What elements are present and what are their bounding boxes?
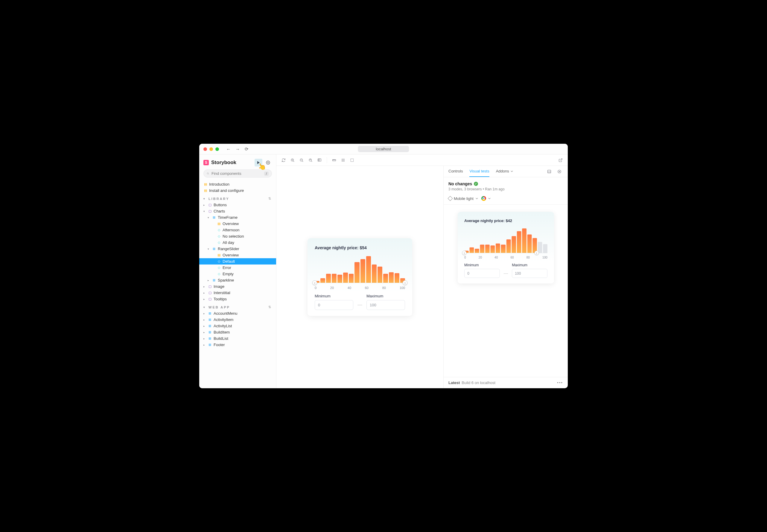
slider-handle-min[interactable]: ||: [462, 251, 466, 255]
axis-tick: 60: [365, 286, 369, 290]
tree-item-component[interactable]: ▸⊞ ActivityList: [199, 323, 276, 329]
minimize-window-icon[interactable]: [210, 147, 213, 151]
histogram-bar: [511, 236, 516, 253]
browser-selector[interactable]: [481, 196, 491, 201]
reload-icon[interactable]: ⟳: [245, 147, 249, 151]
tree-item-label: Image: [214, 284, 224, 289]
tree-item-component[interactable]: ▾⊞ RangeSlider: [199, 246, 276, 252]
search-box[interactable]: /: [204, 169, 272, 178]
zoom-out-icon[interactable]: [298, 157, 305, 164]
tab-addons[interactable]: Addons: [496, 166, 513, 177]
forward-icon[interactable]: →: [236, 147, 240, 151]
histogram-bar: [372, 265, 377, 283]
brand[interactable]: S Storybook: [204, 160, 236, 166]
tree-section-header[interactable]: ▾LIBRARY ⇅: [199, 194, 276, 202]
measure-icon[interactable]: [331, 157, 338, 164]
axis-tick: 20: [478, 256, 482, 259]
zoom-in-icon[interactable]: [289, 157, 296, 164]
slider-handle-max[interactable]: ||: [403, 280, 407, 285]
tree-item-folder[interactable]: ▸▢ Image: [199, 283, 276, 290]
histogram-bar: [506, 239, 511, 253]
histogram-bar: [469, 247, 474, 253]
tree-item-story[interactable]: ◇ Error: [199, 265, 276, 271]
tree-item-component[interactable]: ▸⊞ Footer: [199, 342, 276, 348]
tree-item-story[interactable]: ◇ All day: [199, 239, 276, 246]
doc-icon: ▤: [217, 222, 221, 226]
run-tests-button[interactable]: 👆: [255, 159, 262, 166]
max-input[interactable]: [366, 300, 405, 310]
close-panel-icon[interactable]: [556, 168, 563, 175]
tree-item-component[interactable]: ▾⊞ TimeFrame: [199, 214, 276, 221]
tree-item-story[interactable]: ◇ Afternoon: [199, 227, 276, 233]
url-bar[interactable]: localhost: [358, 146, 409, 152]
histogram-bar: [320, 278, 325, 283]
settings-button[interactable]: [264, 159, 272, 166]
viewport-icon[interactable]: [316, 157, 323, 164]
tree-item-folder[interactable]: ▾▢ Charts: [199, 208, 276, 214]
open-external-icon[interactable]: [557, 157, 564, 164]
sort-icon[interactable]: ⇅: [268, 305, 272, 309]
tab-visual-tests[interactable]: Visual tests: [469, 166, 489, 177]
svg-point-1: [207, 173, 209, 174]
zoom-reset-icon[interactable]: [307, 157, 314, 164]
tree-item-folder[interactable]: ▸▢ Interstitial: [199, 290, 276, 296]
tree-item-component[interactable]: ▸⊞ BuildList: [199, 335, 276, 342]
tree-item-component[interactable]: ▸⊞ Sparkline: [199, 277, 276, 283]
tree-item-doc[interactable]: ▤ Overview: [199, 252, 276, 258]
histogram-bar: [475, 249, 479, 253]
tree-item-story[interactable]: ◇ Default: [199, 258, 276, 265]
range-slider-card: Average nightly price: $42 || || 0204060…: [458, 212, 554, 283]
grid-icon[interactable]: [340, 157, 347, 164]
back-icon[interactable]: ←: [226, 147, 231, 151]
story-icon: ◇: [217, 241, 221, 244]
slider-handle-max[interactable]: ||: [534, 251, 539, 255]
histogram-bar: [337, 275, 342, 283]
tree-item-component[interactable]: ▸⊞ ActivityItem: [199, 317, 276, 323]
chevron-down-icon: ▾: [204, 197, 206, 200]
tree-item-story[interactable]: ◇ Empty: [199, 271, 276, 277]
tree-item-folder[interactable]: ▸▢ Tooltips: [199, 296, 276, 302]
close-window-icon[interactable]: [204, 147, 207, 151]
chevron-right-icon: ▸: [204, 312, 206, 315]
tree-item-doc[interactable]: ▤ Overview: [199, 221, 276, 227]
component-icon: ⊞: [208, 337, 212, 340]
status-title: No changes: [448, 181, 472, 186]
more-menu-icon[interactable]: •••: [557, 380, 563, 385]
search-input[interactable]: [212, 171, 262, 176]
tree-item-story[interactable]: ◇ No selection: [199, 233, 276, 239]
histogram-bar: [332, 274, 337, 283]
svg-line-4: [294, 161, 294, 162]
axis-tick: 60: [510, 256, 514, 259]
tab-controls[interactable]: Controls: [448, 166, 463, 177]
doc-item[interactable]: ▤ Install and configure: [199, 187, 276, 194]
tree-section-header[interactable]: ▾WEB APP ⇅: [199, 302, 276, 310]
slider-handle-min[interactable]: ||: [312, 280, 317, 285]
story-icon: ◇: [217, 228, 221, 232]
min-label: Minimum: [464, 263, 500, 267]
component-icon: ⊞: [208, 330, 212, 334]
min-input[interactable]: [315, 300, 353, 310]
min-input[interactable]: [464, 269, 500, 278]
outline-icon[interactable]: [349, 157, 356, 164]
tree-item-component[interactable]: ▸⊞ BuildItem: [199, 329, 276, 335]
story-icon: ◇: [217, 272, 221, 276]
range-dash: —: [357, 302, 362, 308]
sort-icon[interactable]: ⇅: [268, 197, 272, 201]
sync-icon[interactable]: [280, 157, 287, 164]
tree-item-component[interactable]: ▸⊞ AccountMenu: [199, 310, 276, 317]
check-icon: ✓: [474, 182, 478, 186]
max-input[interactable]: [512, 269, 547, 278]
panel-bottom-icon[interactable]: [545, 168, 553, 175]
doc-item[interactable]: ▤ Introduction: [199, 181, 276, 187]
maximize-window-icon[interactable]: [216, 147, 219, 151]
addon-tabs: Controls Visual tests Addons: [444, 166, 568, 177]
histogram-bar: [326, 274, 331, 283]
range-dash: —: [503, 271, 508, 276]
tree-item-label: No selection: [223, 234, 244, 239]
mode-selector[interactable]: Mobile light: [448, 196, 478, 201]
axis-tick: 0: [464, 256, 466, 259]
tree-item-label: ActivityList: [214, 324, 232, 328]
svg-point-0: [268, 162, 269, 163]
tree-item-folder[interactable]: ▸▢ Buttons: [199, 202, 276, 208]
range-inputs: Minimum — Maximum: [315, 294, 405, 310]
